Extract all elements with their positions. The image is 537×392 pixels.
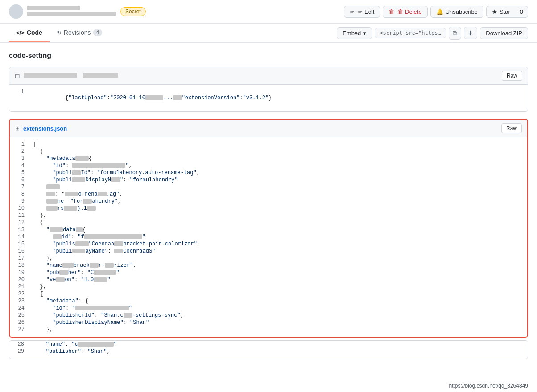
download-icon-button[interactable]: ⬇ (464, 27, 477, 39)
code-content-1: 1 {"lastUpload":"2020-01-10..."extension… (9, 85, 528, 111)
tabs: </> Code ↻ Revisions 4 (9, 24, 109, 42)
star-icon: ★ (492, 8, 497, 15)
code-line: 29 "publisher": "Shan", (9, 348, 528, 355)
star-button[interactable]: ★ Star (486, 6, 516, 18)
tab-bar: </> Code ↻ Revisions 4 Embed ▾ <script s… (0, 24, 537, 43)
code-line: 18 "namebrackr-rizer", (10, 262, 527, 269)
code-content-2: 1 [ 2 { 3 "metadata{ 4 "id": ", 5 "publi… (10, 137, 527, 337)
code-line: 6 "publiDisplayN": "formulahendry" (10, 176, 527, 184)
avatar-block (9, 4, 116, 19)
chevron-down-icon: ▾ (363, 30, 366, 37)
star-button-group: ★ Star 0 (486, 6, 528, 18)
filename-1-blurred (24, 73, 77, 78)
line-num-1: 1 (9, 89, 29, 95)
code-line: 15 "publis"Coenraabracket-pair-colorizer… (10, 241, 527, 248)
file-icon-1: ◻ (15, 72, 20, 79)
revisions-count-badge: 4 (93, 29, 103, 36)
code-line: 1 [ (10, 141, 527, 148)
file-block-1: ◻ Raw 1 {"lastUpload":"2020-01-10..."ext… (9, 67, 528, 112)
code-line: 2 { (10, 148, 527, 155)
avatar (9, 4, 23, 19)
edit-icon: ✏ (350, 8, 355, 15)
file-block-2: ⊞ extensions.json Raw 1 [ 2 { 3 "metadat… (9, 119, 528, 338)
code-line: 14 id": "f" (10, 233, 527, 241)
code-line: 13 "data{ (10, 226, 527, 233)
code-line: 11 }, (10, 212, 527, 219)
download-zip-button[interactable]: Download ZIP (480, 27, 528, 39)
raw-button-2[interactable]: Raw (501, 123, 522, 133)
gist-title-blurred (27, 12, 116, 16)
toolbar-right: Embed ▾ <script src="https://gist. ⧉ ⬇ D… (337, 27, 528, 40)
code-line: 19 "pubher": "C" (10, 269, 527, 276)
code-line-1: 1 {"lastUpload":"2020-01-10..."extension… (9, 88, 528, 108)
code-line: 12 { (10, 219, 527, 226)
code-line: 9 ne "forahendry", (10, 198, 527, 205)
secret-badge: Secret (120, 7, 146, 16)
code-line: 20 "veon": "1.0" (10, 276, 527, 283)
code-line: 8 : "o-rena.ag", (10, 191, 527, 198)
code-line: 4 "id": ", (10, 162, 527, 169)
delete-icon: 🗑 (388, 8, 394, 15)
filename-1-blurred2 (83, 73, 118, 78)
code-line: 22 { (10, 290, 527, 298)
file-header-left-1: ◻ (15, 72, 118, 79)
user-info (27, 6, 116, 17)
top-bar-left: Secret (9, 4, 146, 19)
tab-code[interactable]: </> Code (9, 24, 50, 42)
code-line: 7 (10, 184, 527, 191)
code-line: 27 }, (10, 326, 527, 333)
file-name-2[interactable]: extensions.json (23, 125, 67, 132)
top-bar-right: ✏ ✏ Edit 🗑 🗑 Delete 🔔 Unsubscribe ★ Star… (344, 6, 528, 18)
footer: https://blog.csdn.net/qq_3264849 (0, 379, 537, 392)
code-line: 24 "id": "" (10, 305, 527, 312)
code-line: 21 }, (10, 283, 527, 290)
code-line: 17 }, (10, 255, 527, 262)
file-icon-2: ⊞ (15, 125, 20, 131)
tab-revisions[interactable]: ↻ Revisions 4 (50, 24, 109, 42)
line-code-1: {"lastUpload":"2020-01-10..."extensionVe… (29, 89, 272, 107)
footer-url: https://blog.csdn.net/qq_3264849 (449, 383, 528, 389)
file-header-1: ◻ Raw (9, 67, 528, 85)
username-blurred (27, 6, 80, 10)
code-line: 23 "metadata": { (10, 298, 527, 305)
code-line: 26 "publisherDisplayName": "Shan" (10, 319, 527, 326)
delete-button[interactable]: 🗑 🗑 Delete (383, 6, 427, 18)
file-block-bottom: 28 "name": "c" 29 "publisher": "Shan", (9, 340, 528, 359)
history-icon: ↻ (57, 29, 62, 36)
code-line: 28 "name": "c" (9, 341, 528, 348)
main-content: code-setting ◻ Raw 1 {"lastUpload":"2020… (0, 43, 537, 375)
embed-dropdown: Embed ▾ (337, 27, 372, 39)
copy-icon: ⧉ (453, 29, 457, 37)
raw-button-1[interactable]: Raw (502, 71, 522, 81)
top-bar: Secret ✏ ✏ Edit 🗑 🗑 Delete 🔔 Unsubscribe… (0, 0, 537, 24)
page-title: code-setting (9, 52, 528, 60)
code-line: 25 "publisherId": "Shan.c-settings-sync"… (10, 312, 527, 319)
code-bottom: 28 "name": "c" 29 "publisher": "Shan", (9, 341, 528, 359)
unsubscribe-button[interactable]: 🔔 Unsubscribe (430, 6, 483, 18)
bell-icon: 🔔 (436, 8, 443, 15)
copy-button[interactable]: ⧉ (449, 27, 461, 40)
script-preview[interactable]: <script src="https://gist. (375, 28, 446, 38)
star-count[interactable]: 0 (516, 6, 528, 18)
code-line: 5 "publiId": "formulahenory.auto-rename-… (10, 169, 527, 176)
edit-button[interactable]: ✏ ✏ Edit (344, 6, 380, 18)
code-line: 16 "publiayName": CoenraadS" (10, 248, 527, 255)
code-line: 10 rs).1 (10, 205, 527, 212)
download-icon: ⬇ (468, 29, 473, 37)
file-header-left-2: ⊞ extensions.json (15, 125, 67, 132)
file-header-2: ⊞ extensions.json Raw (10, 120, 527, 137)
code-line: 3 "metadata{ (10, 155, 527, 162)
code-icon: </> (16, 29, 25, 36)
embed-button[interactable]: Embed ▾ (337, 27, 372, 39)
